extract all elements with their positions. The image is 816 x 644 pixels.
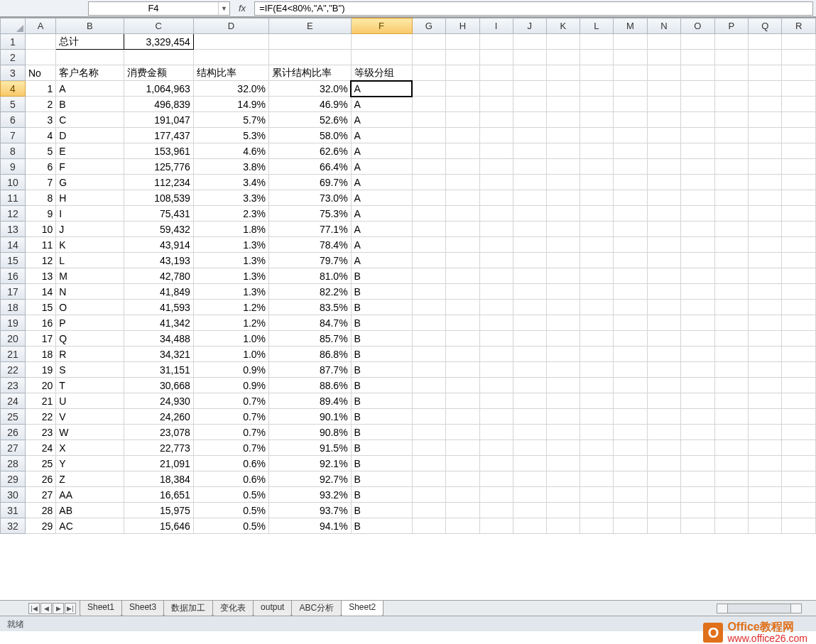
cell[interactable]	[681, 300, 715, 315]
row-header-26[interactable]: 26	[1, 425, 26, 440]
cell-amount[interactable]: 75,431	[124, 206, 193, 222]
row-header-27[interactable]: 27	[1, 440, 26, 456]
cell[interactable]	[681, 346, 715, 362]
cell-pct[interactable]: 1.2%	[193, 300, 268, 315]
col-header-C[interactable]: C	[124, 18, 193, 34]
cell-grade[interactable]: B	[351, 503, 412, 518]
cell-no[interactable]: 18	[26, 346, 56, 362]
cell[interactable]	[546, 143, 580, 159]
name-box-dropdown-icon[interactable]: ▼	[218, 2, 229, 15]
cell-grade[interactable]: A	[351, 206, 412, 222]
cell[interactable]	[580, 471, 613, 487]
cell-no[interactable]: 13	[26, 268, 56, 284]
cell[interactable]	[614, 237, 648, 253]
cell[interactable]	[748, 378, 782, 393]
cell[interactable]	[782, 81, 816, 97]
cell[interactable]	[446, 440, 479, 456]
cell-amount[interactable]: 23,078	[124, 425, 193, 440]
cell[interactable]	[614, 222, 648, 237]
cell[interactable]	[26, 50, 56, 65]
cell-amount[interactable]: 34,488	[124, 331, 193, 346]
tab-nav-next-icon[interactable]: ▶	[53, 603, 64, 614]
cell[interactable]	[269, 34, 352, 50]
cell-name[interactable]: N	[56, 284, 124, 300]
cell[interactable]	[647, 253, 680, 268]
col-header-Q[interactable]: Q	[748, 18, 782, 34]
cell-grade[interactable]: B	[351, 300, 412, 315]
cell[interactable]	[412, 143, 446, 159]
cell[interactable]	[124, 50, 193, 65]
cell[interactable]	[412, 378, 446, 393]
cell-no[interactable]: 5	[26, 143, 56, 159]
col-header-P[interactable]: P	[714, 18, 748, 34]
cell-pct[interactable]: 5.3%	[193, 128, 268, 143]
cell[interactable]	[513, 456, 546, 471]
cell-no[interactable]: 8	[26, 190, 56, 206]
row-header-25[interactable]: 25	[1, 409, 26, 425]
cell[interactable]	[714, 425, 748, 440]
cell[interactable]	[446, 112, 479, 128]
cell[interactable]	[446, 97, 479, 112]
cell-amount[interactable]: 34,321	[124, 346, 193, 362]
row-header-17[interactable]: 17	[1, 284, 26, 300]
cell[interactable]	[647, 471, 680, 487]
cell[interactable]	[748, 81, 782, 97]
cell-grade[interactable]: B	[351, 362, 412, 378]
cell[interactable]	[748, 143, 782, 159]
cell[interactable]	[446, 190, 479, 206]
cell[interactable]	[546, 175, 580, 190]
cell[interactable]	[782, 362, 816, 378]
cell-cum[interactable]: 86.8%	[269, 346, 352, 362]
cell[interactable]	[479, 34, 513, 50]
cell-no[interactable]: 16	[26, 315, 56, 331]
cell[interactable]	[647, 128, 680, 143]
row-header-16[interactable]: 16	[1, 268, 26, 284]
row-header-30[interactable]: 30	[1, 487, 26, 503]
cell-pct[interactable]: 0.7%	[193, 425, 268, 440]
cell-grade[interactable]: A	[351, 81, 412, 97]
cell[interactable]	[446, 300, 479, 315]
col-header-M[interactable]: M	[614, 18, 648, 34]
cell-amount[interactable]: 153,961	[124, 143, 193, 159]
cell-no[interactable]: 7	[26, 175, 56, 190]
cell[interactable]	[782, 331, 816, 346]
cell[interactable]	[647, 143, 680, 159]
cell[interactable]	[647, 487, 680, 503]
cell[interactable]	[714, 393, 748, 409]
cell[interactable]	[614, 362, 648, 378]
cell-amount[interactable]: 41,593	[124, 300, 193, 315]
cell-no[interactable]: 14	[26, 284, 56, 300]
cell[interactable]	[479, 409, 513, 425]
cell[interactable]	[681, 222, 715, 237]
cell[interactable]	[479, 143, 513, 159]
cell[interactable]	[580, 346, 613, 362]
cell[interactable]	[748, 159, 782, 175]
cell-no[interactable]: 6	[26, 159, 56, 175]
cell[interactable]	[513, 487, 546, 503]
tab-nav-first-icon[interactable]: |◀	[28, 603, 40, 614]
cell[interactable]	[714, 346, 748, 362]
cell[interactable]	[647, 237, 680, 253]
cell[interactable]	[513, 300, 546, 315]
cell-name[interactable]: V	[56, 409, 124, 425]
cell[interactable]	[782, 518, 816, 534]
cell-name[interactable]: W	[56, 425, 124, 440]
cell[interactable]	[782, 206, 816, 222]
cell[interactable]	[513, 362, 546, 378]
cell[interactable]	[412, 518, 446, 534]
cell[interactable]	[614, 378, 648, 393]
cell-cum[interactable]: 92.7%	[269, 471, 352, 487]
cell-cum[interactable]: 62.6%	[269, 143, 352, 159]
cell[interactable]	[714, 128, 748, 143]
cell-name[interactable]: F	[56, 159, 124, 175]
sheet-tab-Sheet2[interactable]: Sheet2	[341, 601, 383, 616]
cell[interactable]	[446, 50, 479, 65]
cell[interactable]	[513, 518, 546, 534]
cell[interactable]	[513, 268, 546, 284]
header-D[interactable]: 结构比率	[193, 65, 268, 81]
cell[interactable]	[748, 97, 782, 112]
cell[interactable]	[681, 50, 715, 65]
cell[interactable]	[647, 112, 680, 128]
cell[interactable]	[681, 487, 715, 503]
cell[interactable]	[546, 128, 580, 143]
